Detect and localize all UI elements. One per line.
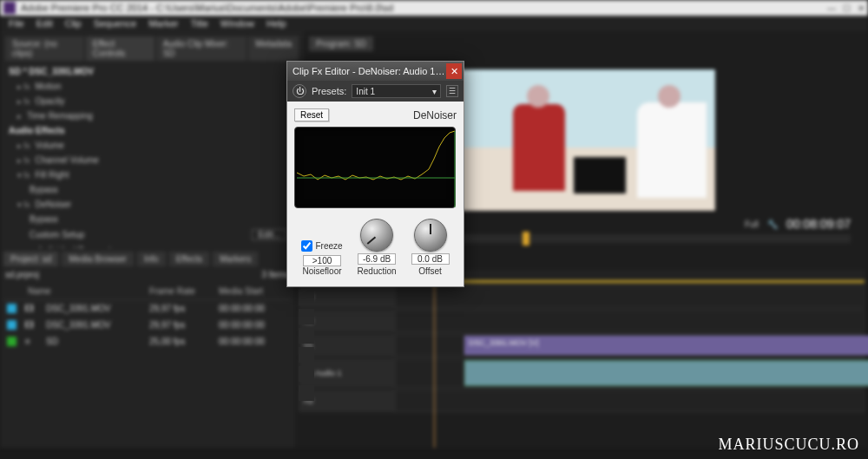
slip-tool[interactable] [299, 328, 314, 344]
menu-help[interactable]: Help [266, 18, 286, 29]
noisefloor-value[interactable]: >100 [303, 255, 341, 266]
fx-channel-volume[interactable]: ▸ fxChannel Volume [5, 153, 299, 167]
fx-opacity[interactable]: ▸ fxOpacity [5, 94, 299, 108]
effect-controls-panel: Source: (no clips) Effect Controls Audio… [0, 31, 304, 248]
tab-metadata[interactable]: Metadata [248, 36, 299, 61]
reduction-label: Reduction [358, 266, 397, 276]
clip-header: SD * DSC_3391.MOV [5, 64, 299, 79]
tab-effects[interactable]: Effects [169, 252, 209, 266]
preset-value: Init 1 [356, 87, 375, 96]
wrench-icon[interactable]: 🔧 [767, 220, 778, 229]
menu-window[interactable]: Window [220, 18, 254, 29]
dialog-title: Clip Fx Editor - DeNoiser: Audio 1, DSC_… [293, 66, 446, 76]
freeze-checkbox[interactable]: Freeze [301, 240, 342, 252]
reduction-knob[interactable] [360, 219, 393, 252]
col-name[interactable]: Name [28, 286, 141, 296]
offset-knob[interactable] [414, 219, 447, 252]
reduction-value[interactable]: -6.9 dB [358, 253, 396, 265]
razor-tool[interactable] [299, 309, 314, 325]
fx-denoiser-custom[interactable]: Custom SetupEdit... [5, 226, 299, 243]
video-preview[interactable] [456, 69, 716, 212]
denoiser-dialog: Clip Fx Editor - DeNoiser: Audio 1, DSC_… [286, 61, 464, 287]
fx-time-remap[interactable]: ▸Time Remapping [5, 108, 299, 123]
spectrum-display [294, 127, 456, 208]
fx-denoiser[interactable]: ▾ fxDeNoiser [5, 197, 299, 212]
fx-volume[interactable]: ▸ fxVolume [5, 138, 299, 153]
zoom-tool[interactable] [299, 385, 314, 401]
window-titlebar: Adobe Premiere Pro CC 2014 - C:\Users\Ma… [0, 0, 868, 16]
col-rate[interactable]: Frame Rate [149, 286, 210, 296]
tab-effect-controls[interactable]: Effect Controls [86, 36, 155, 61]
video-clip[interactable]: DSC_3391.MOV [V] [464, 336, 868, 355]
chevron-down-icon: ▾ [432, 87, 437, 96]
offset-value[interactable]: 0.0 dB [411, 253, 450, 265]
tab-audio-mixer[interactable]: Audio Clip Mixer: SD [156, 36, 247, 61]
preset-dropdown[interactable]: Init 1 ▾ [352, 84, 441, 98]
menu-bar: File Edit Clip Sequence Marker Title Win… [0, 16, 868, 31]
list-item[interactable]: 🎞DSC_3391.MOV29,97 fps00:00:00:00 [3, 300, 292, 317]
list-item[interactable]: ≡SD25,00 fps00:00:00:00 [3, 333, 292, 350]
close-icon[interactable]: ✕ [446, 63, 462, 79]
list-item[interactable]: 🎞DSC_3391.MOV29,97 fps00:00:00:00 [3, 317, 292, 333]
plugin-name: DeNoiser [413, 109, 457, 121]
app-icon [3, 2, 16, 14]
tab-project[interactable]: Project: sd [3, 252, 58, 266]
maximize-button[interactable]: ☐ [843, 3, 851, 13]
fx-denoiser-bypass[interactable]: Bypass [5, 212, 299, 226]
watermark: MARIUSCUCU.RO [718, 436, 859, 454]
fx-fill-right-bypass[interactable]: Bypass [5, 182, 299, 197]
audio-clip[interactable] [464, 360, 868, 386]
project-file: sd.prproj [5, 270, 39, 279]
close-button[interactable]: ✕ [858, 3, 865, 13]
tab-program[interactable]: Program: SD [309, 36, 373, 51]
ripple-tool[interactable] [299, 290, 314, 305]
fx-fill-right[interactable]: ▾ fxFill Right [5, 167, 299, 182]
program-duration: 00:08:09:07 [786, 217, 851, 231]
edit-button[interactable]: Edit... [252, 229, 286, 240]
menu-sequence[interactable]: Sequence [94, 18, 137, 29]
col-start[interactable]: Media Start [219, 286, 288, 296]
audio-effects-header: Audio Effects [5, 123, 299, 138]
menu-title[interactable]: Title [190, 18, 207, 29]
offset-label: Offset [418, 266, 442, 276]
menu-edit[interactable]: Edit [36, 18, 53, 29]
tab-source[interactable]: Source: (no clips) [5, 36, 84, 61]
noise-curve [297, 131, 455, 180]
freeze-input[interactable] [301, 240, 312, 252]
tab-media-browser[interactable]: Media Browser [62, 252, 134, 266]
tab-info[interactable]: Info [137, 252, 166, 266]
presets-label: Presets: [312, 86, 346, 96]
power-icon[interactable]: ⏻ [293, 84, 306, 98]
resolution-full[interactable]: Full [745, 220, 759, 229]
tab-markers[interactable]: Markers [213, 252, 258, 266]
menu-marker[interactable]: Marker [148, 18, 178, 29]
menu-clip[interactable]: Clip [65, 18, 82, 29]
minimize-button[interactable]: — [827, 3, 836, 13]
hand-tool[interactable] [299, 366, 314, 382]
pen-tool[interactable] [299, 347, 314, 363]
noisefloor-label: Noisefloor [303, 266, 342, 276]
fx-motion[interactable]: ▸ fxMotion [5, 79, 299, 94]
menu-file[interactable]: File [9, 18, 24, 29]
reset-button[interactable]: Reset [294, 108, 329, 121]
window-title: Adobe Premiere Pro CC 2014 - C:\Users\Ma… [21, 3, 822, 13]
preset-save-icon[interactable]: ☰ [446, 85, 458, 97]
project-panel: Project: sd Media Browser Info Effects M… [0, 248, 295, 448]
